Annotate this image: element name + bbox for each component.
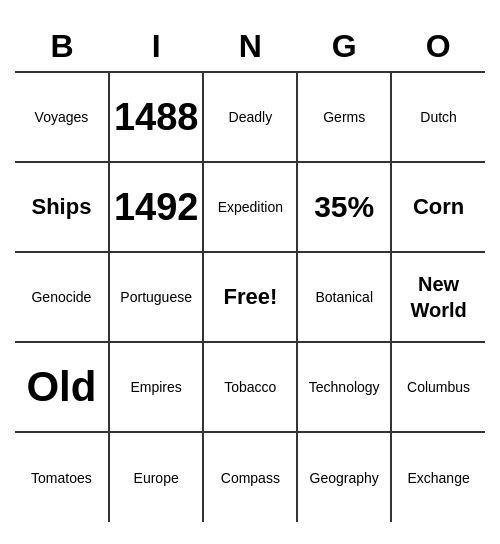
cell-label: Free! [223, 284, 277, 309]
cell-label: Expedition [208, 199, 292, 215]
cell-label: Corn [413, 194, 464, 219]
bingo-row-0: Voyages1488DeadlyGermsDutch [15, 72, 485, 162]
cell-label: Genocide [19, 289, 104, 305]
cell-label: Europe [114, 470, 199, 486]
bingo-cell-2-1: Portuguese [109, 252, 204, 342]
bingo-row-2: GenocidePortugueseFree!BotanicalNewWorld [15, 252, 485, 342]
bingo-row-4: TomatoesEuropeCompassGeographyExchange [15, 432, 485, 522]
bingo-cell-2-2: Free! [203, 252, 297, 342]
cell-label: Voyages [19, 109, 104, 125]
cell-label: Columbus [396, 379, 481, 395]
bingo-cell-3-4: Columbus [391, 342, 485, 432]
bingo-cell-3-2: Tobacco [203, 342, 297, 432]
cell-label: Germs [302, 109, 386, 125]
bingo-header-I: I [109, 22, 204, 72]
bingo-row-3: OldEmpiresTobaccoTechnologyColumbus [15, 342, 485, 432]
bingo-cell-0-2: Deadly [203, 72, 297, 162]
bingo-header-G: G [297, 22, 391, 72]
bingo-header-B: B [15, 22, 109, 72]
bingo-cell-1-4: Corn [391, 162, 485, 252]
cell-label: Ships [31, 194, 91, 219]
cell-label: 1488 [114, 96, 199, 138]
cell-label: 1492 [114, 186, 199, 228]
bingo-cell-1-0: Ships [15, 162, 109, 252]
bingo-cell-1-1: 1492 [109, 162, 204, 252]
bingo-cell-1-2: Expedition [203, 162, 297, 252]
bingo-cell-0-0: Voyages [15, 72, 109, 162]
cell-label: Botanical [302, 289, 386, 305]
cell-label: Old [26, 363, 96, 410]
bingo-header-O: O [391, 22, 485, 72]
cell-label: Geography [302, 470, 386, 486]
bingo-cell-4-2: Compass [203, 432, 297, 522]
bingo-cell-4-0: Tomatoes [15, 432, 109, 522]
bingo-cell-3-3: Technology [297, 342, 391, 432]
cell-label: Portuguese [114, 289, 199, 305]
bingo-cell-4-1: Europe [109, 432, 204, 522]
bingo-cell-4-3: Geography [297, 432, 391, 522]
bingo-cell-4-4: Exchange [391, 432, 485, 522]
bingo-cell-2-3: Botanical [297, 252, 391, 342]
bingo-cell-2-4: NewWorld [391, 252, 485, 342]
bingo-cell-0-4: Dutch [391, 72, 485, 162]
bingo-cell-3-0: Old [15, 342, 109, 432]
cell-label: NewWorld [410, 273, 466, 321]
bingo-cell-0-1: 1488 [109, 72, 204, 162]
cell-label: Empires [114, 379, 199, 395]
cell-label: Tobacco [208, 379, 292, 395]
cell-label: 35% [314, 190, 374, 223]
bingo-row-1: Ships1492Expedition35%Corn [15, 162, 485, 252]
cell-label: Tomatoes [19, 470, 104, 486]
bingo-card: BINGO Voyages1488DeadlyGermsDutchShips14… [15, 22, 485, 522]
bingo-cell-2-0: Genocide [15, 252, 109, 342]
bingo-cell-0-3: Germs [297, 72, 391, 162]
cell-label: Exchange [396, 470, 481, 486]
bingo-header-N: N [203, 22, 297, 72]
bingo-cell-3-1: Empires [109, 342, 204, 432]
cell-label: Compass [208, 470, 292, 486]
cell-label: Deadly [208, 109, 292, 125]
bingo-cell-1-3: 35% [297, 162, 391, 252]
cell-label: Dutch [396, 109, 481, 125]
cell-label: Technology [302, 379, 386, 395]
